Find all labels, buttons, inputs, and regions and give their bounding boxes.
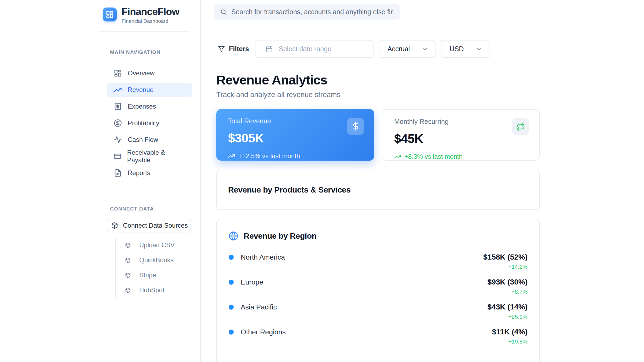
sidebar-item-label: Cash Flow xyxy=(128,136,158,143)
sidebar-item-cash-flow[interactable]: Cash Flow xyxy=(107,132,192,147)
package-icon xyxy=(111,222,118,229)
chevron-down-icon xyxy=(422,46,428,52)
filter-funnel-icon xyxy=(218,46,225,53)
package-icon xyxy=(125,257,131,263)
region-name: Asia Pacific xyxy=(241,303,277,311)
region-dot-icon xyxy=(229,280,234,285)
connect-item-label: HubSpot xyxy=(139,286,164,294)
package-icon xyxy=(125,287,131,293)
search-input[interactable] xyxy=(231,8,393,16)
top-bar xyxy=(201,0,545,24)
region-value-group: $158K (52%) +14.2% xyxy=(483,252,528,270)
dollar-icon xyxy=(351,122,360,131)
stats-grid: Total Revenue $305K +12.5% vs last month… xyxy=(216,109,540,161)
stat-trend: +8.3% vs last month xyxy=(394,153,528,160)
region-label-group: North America xyxy=(229,252,285,262)
sidebar-header: FinanceFlow Financial Dashboard xyxy=(99,0,190,32)
sidebar-item-profitability[interactable]: Profitability xyxy=(107,116,192,130)
stat-icon-badge xyxy=(512,118,529,135)
currency-value: USD xyxy=(449,45,464,53)
trending-up-icon xyxy=(394,153,401,160)
sidebar-item-expenses[interactable]: Expenses xyxy=(107,99,192,114)
filters-label: Filters xyxy=(229,45,249,53)
revenue-by-products-panel: Revenue by Products & Services xyxy=(216,170,540,210)
app-container: FinanceFlow Financial Dashboard MAIN NAV… xyxy=(99,0,545,362)
stat-trend-text: +12.5% vs last month xyxy=(238,152,300,160)
search-icon xyxy=(220,9,227,16)
brand-logo-icon xyxy=(103,8,117,21)
sidebar-item-revenue[interactable]: Revenue xyxy=(107,83,192,97)
region-label-group: Other Regions xyxy=(229,327,286,337)
repeat-icon xyxy=(516,123,525,131)
sidebar-item-overview[interactable]: Overview xyxy=(107,66,192,80)
nav-section-label: MAIN NAVIGATION xyxy=(99,49,200,55)
main-navigation: MAIN NAVIGATION Overview Revenue Expense… xyxy=(99,49,200,180)
connect-item-label: Upload CSV xyxy=(139,241,175,249)
trending-up-icon xyxy=(228,153,235,160)
global-search[interactable] xyxy=(214,4,400,20)
page-subtitle: Track and analyze all revenue streams xyxy=(216,91,540,99)
accounting-basis-select[interactable]: Accrual xyxy=(379,40,436,58)
stat-trend-text: +8.3% vs last month xyxy=(404,153,463,160)
page-title: Revenue Analytics xyxy=(216,72,540,87)
accounting-basis-value: Accrual xyxy=(387,45,410,53)
region-value: $43K (14%) xyxy=(488,302,528,312)
connect-section-label: CONNECT DATA xyxy=(99,206,200,212)
dashboard-icon xyxy=(106,10,114,19)
stat-trend: +12.5% vs last month xyxy=(228,152,363,160)
region-value-group: $11K (4%) +19.8% xyxy=(492,327,528,345)
receipt-icon xyxy=(114,102,122,110)
connect-item-upload-csv[interactable]: Upload CSV xyxy=(116,238,200,253)
circle-dollar-icon xyxy=(114,119,122,127)
region-panel-title: Revenue by Region xyxy=(244,231,317,241)
dashboard-icon xyxy=(114,69,122,77)
total-revenue-card[interactable]: Total Revenue $305K +12.5% vs last month xyxy=(216,109,374,161)
region-label-group: Europe xyxy=(229,277,263,287)
sidebar-item-label: Receivable & Payable xyxy=(127,149,185,164)
region-dot-icon xyxy=(229,255,234,260)
monthly-recurring-card[interactable]: Monthly Recurring $45K +8.3% vs last mon… xyxy=(382,109,540,161)
region-value: $11K (4%) xyxy=(492,327,528,337)
package-icon xyxy=(125,272,131,278)
date-range-placeholder: Select date range xyxy=(279,45,331,53)
region-change: +14.2% xyxy=(483,264,528,270)
connect-item-stripe[interactable]: Stripe xyxy=(116,268,200,283)
connect-item-hubspot[interactable]: HubSpot xyxy=(116,283,200,298)
region-change: +8.7% xyxy=(488,289,528,295)
region-name: Other Regions xyxy=(241,328,286,336)
currency-select[interactable]: USD xyxy=(441,40,489,58)
region-row-other-regions: Other Regions $11K (4%) +19.8% xyxy=(229,327,528,345)
nav-list: Overview Revenue Expenses Profitability … xyxy=(99,66,200,180)
connect-item-quickbooks[interactable]: QuickBooks xyxy=(116,253,200,268)
region-row-europe: Europe $93K (30%) +8.7% xyxy=(229,277,528,295)
stat-value: $305K xyxy=(228,131,363,145)
sidebar-item-label: Revenue xyxy=(128,86,153,94)
revenue-by-region-panel: Revenue by Region North America $158K (5… xyxy=(216,219,540,362)
connect-data-sources-button[interactable]: Connect Data Sources xyxy=(107,219,192,232)
filters-button[interactable]: Filters xyxy=(218,45,249,53)
sidebar-item-reports[interactable]: Reports xyxy=(107,166,192,180)
sidebar: FinanceFlow Financial Dashboard MAIN NAV… xyxy=(99,0,201,362)
region-row-asia-pacific: Asia Pacific $43K (14%) +25.1% xyxy=(229,302,528,320)
brand-name: FinanceFlow xyxy=(122,6,179,17)
region-value-group: $93K (30%) +8.7% xyxy=(488,277,528,295)
region-value-group: $43K (14%) +25.1% xyxy=(488,302,528,320)
region-value: $158K (52%) xyxy=(483,252,528,262)
connect-item-label: Stripe xyxy=(139,271,156,279)
region-list: North America $158K (52%) +14.2% Europe xyxy=(229,252,528,345)
stat-value: $45K xyxy=(394,131,528,146)
region-dot-icon xyxy=(229,305,234,310)
region-dot-icon xyxy=(229,330,234,335)
credit-card-icon xyxy=(114,152,121,160)
products-panel-title: Revenue by Products & Services xyxy=(228,185,351,194)
globe-icon xyxy=(229,231,238,241)
sidebar-item-label: Reports xyxy=(128,169,150,177)
sidebar-item-receivable-payable[interactable]: Receivable & Payable xyxy=(107,149,192,164)
region-name: Europe xyxy=(241,278,263,286)
brand-logo[interactable]: FinanceFlow Financial Dashboard xyxy=(103,6,190,24)
main-area: Filters Select date range Accrual USD Re… xyxy=(201,0,545,362)
region-panel-header: Revenue by Region xyxy=(229,231,528,241)
connect-button-label: Connect Data Sources xyxy=(123,222,188,229)
region-change: +25.1% xyxy=(488,313,528,320)
date-range-picker[interactable]: Select date range xyxy=(255,40,374,58)
